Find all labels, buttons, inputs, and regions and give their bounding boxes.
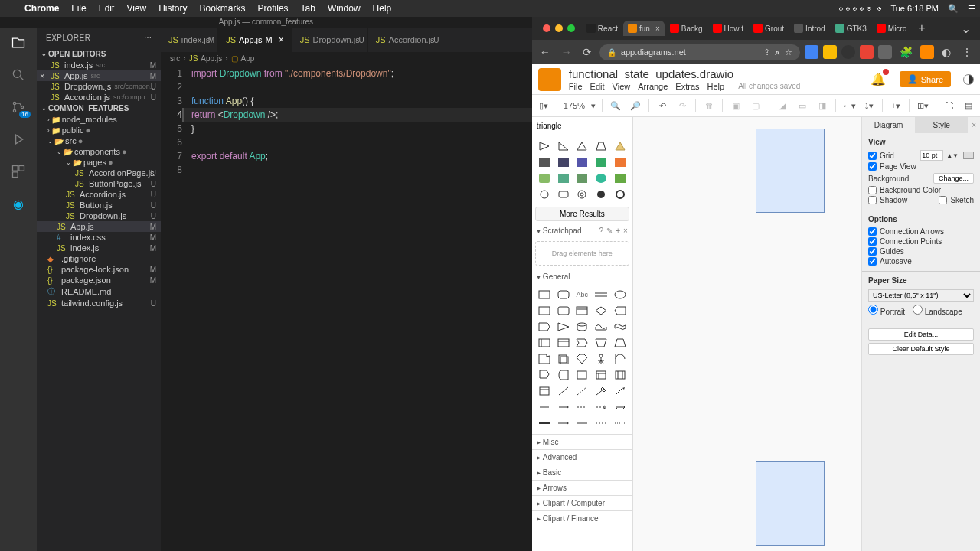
zoom-in-icon[interactable]: 🔎: [629, 99, 642, 112]
shape[interactable]: [573, 351, 591, 367]
tab-index[interactable]: JSindex.js M: [161, 28, 218, 52]
shape[interactable]: [535, 319, 554, 334]
breadcrumbs[interactable]: src› JSApp.js› ▢App: [161, 52, 532, 65]
shape-rectangle[interactable]: [756, 129, 825, 213]
shape[interactable]: [592, 367, 610, 383]
extension-icon[interactable]: [823, 45, 837, 59]
extension-icon[interactable]: [841, 45, 855, 59]
clock[interactable]: Tue 6:18 PM: [886, 4, 943, 13]
shape[interactable]: [573, 367, 591, 383]
clear-style-button[interactable]: Clear Default Style: [868, 343, 974, 355]
folder-public[interactable]: ›📁public●: [37, 125, 161, 135]
menu-file[interactable]: File: [569, 82, 583, 91]
file-item[interactable]: JSindex.jsM: [37, 243, 161, 253]
editor-item[interactable]: ×JSApp.js srcM: [37, 70, 161, 81]
browser-tab[interactable]: How t: [708, 21, 749, 36]
close-icon[interactable]: ×: [279, 34, 284, 45]
menu-history[interactable]: History: [152, 3, 193, 14]
shape[interactable]: [573, 171, 591, 186]
shape[interactable]: [611, 287, 629, 302]
scratchpad-header[interactable]: ▾Scratchpad?✎+×: [532, 223, 632, 238]
table-icon[interactable]: ⊞▾: [916, 99, 929, 112]
file-item[interactable]: JStailwind.config.jsU: [37, 298, 161, 308]
shape[interactable]: [592, 383, 610, 399]
shape[interactable]: [554, 155, 573, 170]
shape[interactable]: [611, 351, 629, 367]
shape[interactable]: [592, 303, 610, 318]
shape[interactable]: [535, 187, 554, 202]
shape[interactable]: [611, 303, 629, 318]
menu-tab[interactable]: Tab: [295, 3, 322, 14]
drawio-logo[interactable]: [538, 68, 561, 91]
menu-view[interactable]: View: [612, 82, 631, 91]
advanced-header[interactable]: ▸Advanced: [532, 450, 632, 465]
file-item[interactable]: ⓘREADME.md: [37, 285, 161, 298]
menu-file[interactable]: File: [65, 3, 92, 14]
extension-icon[interactable]: [878, 45, 892, 59]
explorer-icon[interactable]: [9, 34, 28, 52]
app-name[interactable]: Chrome: [18, 3, 65, 14]
shape[interactable]: [535, 287, 554, 302]
menu-arrange[interactable]: Arrange: [638, 82, 668, 91]
search-icon[interactable]: 🔍: [943, 4, 963, 14]
shape[interactable]: [535, 303, 554, 318]
sketch-checkbox[interactable]: [939, 196, 947, 204]
shape[interactable]: [554, 335, 573, 350]
extensions-icon[interactable]: [9, 162, 28, 181]
shape[interactable]: [554, 399, 573, 415]
code-editor[interactable]: 12345678 import Dropdown from "./compone…: [161, 65, 532, 551]
conn-points-checkbox[interactable]: [868, 237, 877, 246]
shape[interactable]: [573, 139, 591, 154]
project-header[interactable]: ⌄COMMON_FEATURES: [37, 103, 161, 114]
pageview-checkbox[interactable]: [868, 162, 877, 171]
browser-tab[interactable]: Backg: [665, 21, 707, 36]
shape[interactable]: [592, 187, 610, 202]
extension-icon[interactable]: [805, 45, 818, 59]
shape[interactable]: [535, 171, 554, 186]
paper-size-select[interactable]: US-Letter (8,5" x 11"): [868, 289, 974, 302]
browser-tab[interactable]: Introd: [789, 21, 830, 36]
file-item[interactable]: ◆.gitignore: [37, 253, 161, 264]
menu-edit[interactable]: Edit: [93, 3, 121, 14]
shape[interactable]: [592, 399, 610, 415]
maximize-window[interactable]: [567, 24, 575, 32]
menu-help[interactable]: Help: [707, 82, 725, 91]
shape[interactable]: [535, 367, 554, 383]
grid-color[interactable]: [963, 152, 974, 159]
browser-tab[interactable]: GTK3: [831, 21, 871, 36]
address-bar[interactable]: 🔒app.diagrams.net⇪ᴀ☆: [599, 44, 800, 60]
shape[interactable]: [554, 187, 573, 202]
menu-bookmarks[interactable]: Bookmarks: [194, 3, 252, 14]
close-icon[interactable]: ×: [623, 227, 628, 235]
close-icon[interactable]: ×: [968, 117, 980, 133]
shape[interactable]: [554, 171, 573, 186]
appearance-toggle[interactable]: [963, 74, 974, 85]
shape[interactable]: [573, 399, 591, 415]
search-icon[interactable]: [9, 66, 28, 84]
edit-icon[interactable]: ✎: [606, 227, 612, 235]
menu-icon[interactable]: ⋮: [959, 46, 975, 58]
control-center-icon[interactable]: ☰: [963, 4, 980, 14]
add-icon[interactable]: +▾: [889, 99, 903, 112]
open-editors-header[interactable]: ⌄OPEN EDITORS: [37, 48, 161, 60]
shape[interactable]: [611, 416, 629, 431]
shape[interactable]: [535, 335, 554, 350]
page-icon[interactable]: ▯▾: [537, 99, 550, 112]
file-item[interactable]: #index.cssM: [37, 232, 161, 243]
zoom-level[interactable]: 175%: [564, 101, 585, 110]
general-header[interactable]: ▾General: [532, 269, 632, 284]
back-button[interactable]: ←: [537, 46, 554, 58]
shape[interactable]: [554, 139, 573, 154]
browser-tab[interactable]: fun×: [623, 21, 665, 36]
editor-item[interactable]: JSAccordion.js src/compo...U: [37, 92, 161, 103]
shape-rectangle[interactable]: [756, 461, 825, 546]
star-icon[interactable]: ☆: [785, 47, 792, 57]
shape[interactable]: [592, 171, 610, 186]
menu-profiles[interactable]: Profiles: [252, 3, 295, 14]
shape[interactable]: [535, 351, 554, 367]
file-item[interactable]: JSAccordion.jsU: [37, 189, 161, 200]
shape[interactable]: [592, 139, 610, 154]
file-item[interactable]: {}package-lock.jsonM: [37, 264, 161, 275]
file-item[interactable]: JSAccordionPage.jsU: [37, 168, 161, 178]
landscape-radio[interactable]: [913, 305, 923, 315]
